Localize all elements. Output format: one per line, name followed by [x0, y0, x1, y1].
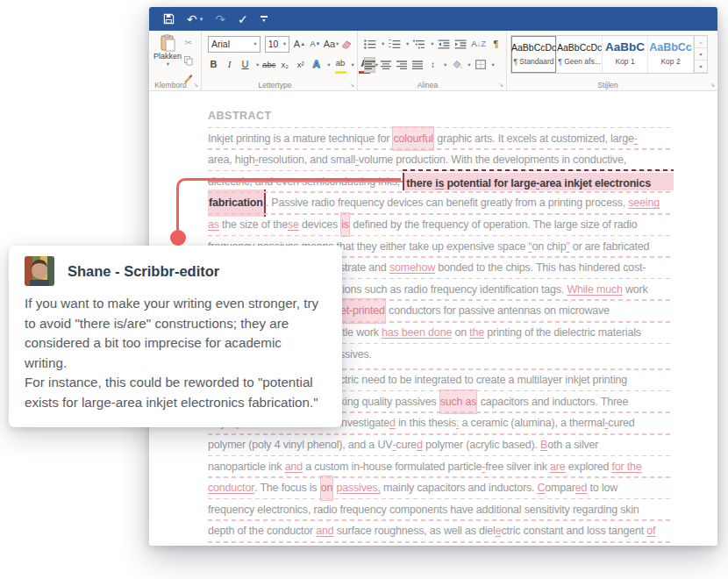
- text-segment: frequency electronics, radio frequency c…: [208, 499, 639, 521]
- highlighted-comment-range[interactable]: there is potential for large-area inkjet…: [403, 173, 674, 191]
- undo-button[interactable]: ↶▾: [187, 13, 203, 25]
- doc-line: frequency electronics, radio frequency c…: [208, 499, 674, 521]
- text-segment: depth of the conductor: [208, 520, 316, 542]
- pilcrow-icon: ¶: [494, 39, 499, 49]
- text-segment: surface roughness, as well as diel: [334, 520, 496, 542]
- scroll-up-icon[interactable]: ▴: [695, 36, 707, 48]
- text-segment: the: [469, 322, 484, 344]
- scroll-down-icon[interactable]: ▾: [695, 48, 707, 61]
- doc-line: area, high-resolution, and small-volume …: [208, 149, 674, 171]
- save-button[interactable]: [163, 13, 175, 25]
- customize-toolbar-button[interactable]: ▾: [261, 16, 268, 22]
- comment-body: If you want to make your writing even st…: [25, 294, 326, 413]
- text-segment: C: [538, 477, 546, 499]
- text-segment: free silver ink: [485, 456, 550, 478]
- text-segment: printing of the dielectric materials: [484, 322, 641, 344]
- bold-button[interactable]: B: [208, 57, 219, 73]
- eraser-icon: [341, 39, 353, 49]
- text-segment: While much: [567, 279, 622, 301]
- change-case-icon: Aa: [324, 39, 335, 49]
- decrease-indent-button[interactable]: [438, 36, 450, 52]
- strikethrough-button[interactable]: abc: [263, 57, 275, 73]
- chevron-down-icon: ▾: [492, 61, 495, 68]
- increase-indent-button[interactable]: [454, 36, 467, 52]
- chevron-down-icon: ▾: [283, 40, 286, 47]
- dialog-launcher-icon[interactable]: ↘: [193, 82, 198, 89]
- dialog-launcher-icon[interactable]: ↘: [349, 82, 354, 89]
- style-preview: AaBbCcDc: [511, 39, 556, 55]
- superscript-button[interactable]: x²: [295, 57, 306, 73]
- scissors-icon: ✂: [184, 39, 191, 47]
- subscript-icon: x₂: [282, 61, 289, 69]
- dialog-launcher-icon[interactable]: ↘: [710, 82, 715, 89]
- text-segment: a ceramic (alumina), a thermal: [459, 412, 604, 434]
- align-center-button[interactable]: [380, 57, 391, 73]
- font-size-value: 10: [268, 39, 279, 49]
- style-item[interactable]: AaBbCKop 1: [603, 36, 648, 73]
- clear-formatting-button[interactable]: [341, 36, 353, 52]
- shrink-font-button[interactable]: A▼: [310, 36, 321, 52]
- text-segment: seeing: [628, 192, 660, 214]
- styles-gallery: AaBbCcDc¶ StandaardAaBbCcDc¶ Geen afs...…: [510, 35, 695, 74]
- doc-line: depth of the conductor and surface rough…: [208, 520, 674, 542]
- group-label-font: Lettertype: [202, 81, 348, 89]
- copy-button[interactable]: [182, 53, 194, 68]
- text-segment: . The focus is: [254, 477, 320, 499]
- text-segment: oth a silver: [547, 434, 598, 456]
- ribbon: Plakken ▾ ✂ Klembord ↘: [149, 31, 717, 91]
- text-segment: volume production. With the developments…: [359, 149, 626, 171]
- text-segment: conductor: [208, 477, 254, 499]
- align-left-button[interactable]: [364, 57, 375, 73]
- style-label: ¶ Geen afs...: [557, 57, 602, 66]
- style-item[interactable]: AaBbCcKop 2: [648, 36, 694, 73]
- style-item[interactable]: AaBbCcDc¶ Geen afs...: [557, 36, 603, 73]
- cut-button[interactable]: ✂: [182, 35, 194, 51]
- save-icon: [163, 13, 175, 25]
- text-segment: bonded to the chips. This has hindered c…: [435, 257, 646, 279]
- show-paragraph-marks-button[interactable]: ¶: [490, 36, 502, 52]
- shading-button[interactable]: [451, 57, 462, 73]
- justify-button[interactable]: [411, 57, 423, 73]
- sort-button[interactable]: A↓Z: [471, 36, 486, 52]
- text-segment: et-printed: [339, 298, 386, 324]
- comment-connector-line: [176, 178, 401, 240]
- multilevel-list-icon: [413, 39, 425, 49]
- redo-button[interactable]: ↷: [215, 13, 225, 25]
- text-segment: passives,: [337, 477, 381, 499]
- numbered-list-button[interactable]: [389, 36, 401, 52]
- text-segment: d: [389, 412, 396, 434]
- numbered-list-icon: [389, 39, 401, 49]
- italic-button[interactable]: I: [224, 57, 235, 73]
- text-segment: has been done: [382, 322, 452, 344]
- titlebar: ↶▾ ↷ ✓ ▾: [149, 7, 717, 31]
- style-item[interactable]: AaBbCcDc¶ Standaard: [511, 36, 557, 73]
- bullet-list-button[interactable]: [364, 36, 376, 52]
- page: ↶▾ ↷ ✓ ▾ Plakken ▾: [0, 0, 728, 579]
- style-label: Kop 2: [648, 57, 693, 66]
- strikethrough-icon: abc: [262, 61, 275, 69]
- font-name-select[interactable]: Arial▾: [208, 36, 261, 53]
- text-segment: ompar: [545, 477, 575, 499]
- grow-font-button[interactable]: A▲: [294, 36, 305, 52]
- styles-more-icon[interactable]: ▾: [695, 61, 707, 73]
- paste-button[interactable]: Plakken ▾: [153, 33, 182, 86]
- chevron-down-icon: ▾: [382, 40, 384, 47]
- text-effects-button[interactable]: A: [310, 57, 322, 73]
- check-button[interactable]: ✓: [238, 13, 248, 25]
- align-right-button[interactable]: [396, 57, 407, 73]
- styles-scrollbar[interactable]: ▴ ▾ ▾: [695, 35, 708, 74]
- borders-button[interactable]: [475, 57, 487, 73]
- line-spacing-button[interactable]: ↕: [427, 57, 439, 73]
- dialog-launcher-icon[interactable]: ↘: [498, 82, 503, 89]
- doc-line: Inkjet printing is a mature technique fo…: [208, 128, 674, 150]
- comment-anchor-dot[interactable]: [170, 230, 186, 246]
- font-size-select[interactable]: 10▾: [265, 36, 289, 53]
- text-highlight-button[interactable]: ab: [335, 55, 346, 74]
- text-segment: resolution, and small: [259, 149, 355, 171]
- multilevel-list-button[interactable]: [413, 36, 425, 52]
- avatar: [25, 256, 54, 286]
- text-segment: concerns are investigated with the aim: [303, 542, 489, 546]
- subscript-button[interactable]: x₂: [279, 57, 290, 73]
- change-case-button[interactable]: Aa▾: [325, 36, 337, 52]
- underline-button[interactable]: U: [239, 57, 251, 73]
